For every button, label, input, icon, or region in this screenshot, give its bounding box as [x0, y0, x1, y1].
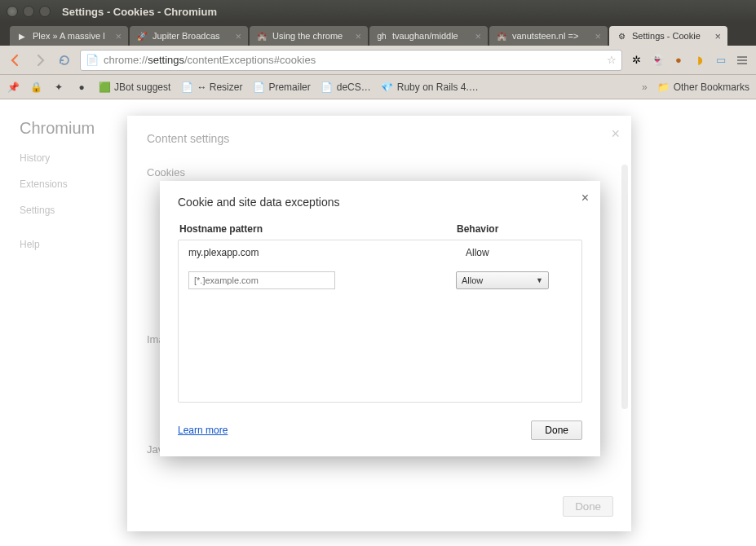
window-close-button[interactable]	[7, 6, 18, 17]
tab-close-icon[interactable]: ×	[115, 30, 122, 42]
behavior-select[interactable]: Allow ▼	[456, 271, 549, 289]
window-titlebar: Settings - Cookies - Chromium	[0, 0, 756, 23]
back-button[interactable]	[7, 51, 24, 69]
bookmark-favicon-icon: 📄	[252, 81, 265, 94]
close-icon[interactable]: ×	[611, 125, 620, 143]
browser-tab[interactable]: 🏰Using the chrome×	[250, 26, 368, 46]
bookmark-star-icon[interactable]: ☆	[607, 54, 617, 66]
extension-icon-plex[interactable]: ◗	[692, 53, 707, 68]
browser-toolbar: 📄 chrome://settings/contentExceptions#co…	[0, 46, 756, 75]
tab-close-icon[interactable]: ×	[235, 30, 241, 42]
bookmark-item[interactable]: 💎Ruby on Rails 4.…	[381, 81, 479, 94]
tab-favicon-icon: ▶	[16, 30, 28, 42]
cookie-exceptions-modal: × Cookie and site data exceptions Hostna…	[160, 181, 600, 456]
behavior-select-value: Allow	[462, 275, 483, 285]
tab-close-icon[interactable]: ×	[595, 30, 601, 42]
other-bookmarks-button[interactable]: 📁 Other Bookmarks	[657, 81, 749, 94]
tab-favicon-icon: 🏰	[256, 30, 267, 42]
bookmark-item[interactable]: 📄Premailer	[252, 81, 310, 94]
extension-icon-ball[interactable]: ●	[671, 53, 686, 68]
reload-button[interactable]	[55, 51, 73, 69]
learn-more-link[interactable]: Learn more	[178, 425, 228, 436]
column-header-behavior: Behavior	[457, 223, 581, 235]
browser-tab[interactable]: ghtvaughan/middle×	[369, 26, 488, 46]
exceptions-table: my.plexapp.com Allow Allow ▼	[178, 240, 582, 403]
bookmark-favicon-icon: ✦	[52, 81, 65, 94]
browser-tab[interactable]: ⚙Settings - Cookie×	[609, 26, 727, 46]
tab-close-icon[interactable]: ×	[714, 30, 721, 42]
bookmark-label: Premailer	[268, 81, 310, 93]
bookmarks-bar: 📌🔒✦●🟩JBot suggest📄↔ Resizer📄Premailer📄de…	[0, 75, 756, 99]
chevron-down-icon: ▼	[536, 276, 543, 284]
new-exception-row: Allow ▼	[179, 265, 581, 296]
extension-icon-gear[interactable]: ✲	[629, 53, 643, 68]
bookmark-favicon-icon: 🔒	[29, 81, 42, 94]
extension-icon-ghost[interactable]: 👻	[650, 53, 665, 68]
close-icon[interactable]: ×	[581, 191, 589, 205]
bookmark-item[interactable]: 📄deCS…	[321, 81, 371, 94]
scrollbar[interactable]	[621, 165, 628, 409]
content-settings-done-button[interactable]: Done	[563, 496, 613, 517]
browser-tab[interactable]: 🚀Jupiter Broadcas×	[130, 26, 248, 46]
bookmark-favicon-icon: 📄	[321, 81, 334, 94]
tab-favicon-icon: gh	[376, 30, 387, 42]
window-minimize-button[interactable]	[23, 6, 34, 17]
bookmark-item[interactable]: 🟩JBot suggest	[98, 81, 170, 94]
hostname-pattern-input[interactable]	[188, 271, 335, 289]
tab-title: vanutsteen.nl =>	[512, 31, 590, 41]
exception-behavior: Allow	[466, 247, 572, 258]
bookmark-label: ↔ Resizer	[197, 81, 242, 93]
tab-title: tvaughan/middle	[392, 31, 470, 41]
bookmark-item[interactable]: ●	[75, 81, 88, 94]
bookmark-item[interactable]: 🔒	[29, 81, 42, 94]
other-bookmarks-label: Other Bookmarks	[674, 81, 749, 93]
exception-hostname: my.plexapp.com	[188, 247, 466, 258]
bookmark-label: Ruby on Rails 4.…	[397, 81, 479, 93]
folder-icon: 📁	[657, 81, 670, 94]
bookmark-favicon-icon: 📄	[180, 81, 193, 94]
extension-icon-window[interactable]: ▭	[714, 53, 728, 68]
tab-title: Plex » A massive l	[33, 31, 110, 41]
bookmark-favicon-icon: 💎	[381, 81, 394, 94]
tab-favicon-icon: 🏰	[496, 30, 507, 42]
tab-close-icon[interactable]: ×	[475, 30, 481, 42]
tab-favicon-icon: 🚀	[136, 30, 148, 42]
browser-tab[interactable]: 🏰vanutsteen.nl =>×	[489, 26, 608, 46]
url-path: /contentExceptions#cookies	[184, 54, 316, 66]
bookmark-label: deCS…	[337, 81, 371, 93]
cookie-exceptions-title: Cookie and site data exceptions	[178, 196, 582, 209]
tab-title: Settings - Cookie	[632, 31, 710, 41]
content-settings-title: Content settings	[147, 132, 612, 145]
bookmark-item[interactable]: 📌	[7, 81, 20, 94]
table-row[interactable]: my.plexapp.com Allow	[179, 240, 581, 265]
browser-tab[interactable]: ▶Plex » A massive l×	[10, 26, 128, 46]
done-button[interactable]: Done	[531, 421, 582, 440]
modal-footer: Learn more Done	[178, 421, 582, 440]
bookmarks-overflow-icon[interactable]: »	[642, 81, 648, 93]
forward-button[interactable]	[31, 51, 49, 69]
tab-favicon-icon: ⚙	[616, 30, 627, 42]
bookmark-favicon-icon: 📌	[7, 81, 20, 94]
window-maximize-button[interactable]	[39, 6, 51, 17]
menu-button[interactable]	[735, 53, 749, 68]
address-bar[interactable]: 📄 chrome://settings/contentExceptions#co…	[80, 50, 622, 71]
page-content: Chromium History Extensions Settings Hel…	[0, 99, 756, 546]
tab-title: Using the chrome	[272, 31, 350, 41]
bookmark-item[interactable]: 📄↔ Resizer	[180, 81, 242, 94]
tab-close-icon[interactable]: ×	[355, 30, 361, 42]
url-scheme: chrome://	[104, 54, 148, 66]
page-icon: 📄	[86, 54, 99, 66]
column-header-hostname: Hostname pattern	[179, 223, 457, 235]
cookies-section-header: Cookies	[147, 166, 612, 178]
url-host: settings	[148, 54, 184, 66]
bookmark-label: JBot suggest	[114, 81, 170, 93]
bookmark-item[interactable]: ✦	[52, 81, 65, 94]
tab-strip: ▶Plex » A massive l×🚀Jupiter Broadcas×🏰U…	[0, 23, 756, 46]
bookmark-favicon-icon: ●	[75, 81, 88, 94]
tab-title: Jupiter Broadcas	[153, 31, 230, 41]
bookmark-favicon-icon: 🟩	[98, 81, 111, 94]
window-title: Settings - Cookies - Chromium	[62, 6, 217, 18]
